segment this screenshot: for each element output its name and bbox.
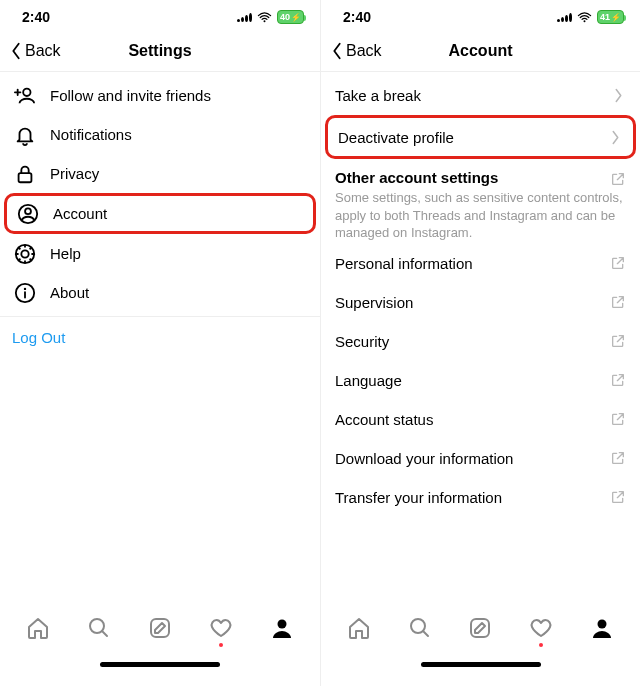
wifi-icon xyxy=(577,12,592,23)
tab-activity[interactable] xyxy=(208,615,234,641)
row-label: Privacy xyxy=(50,165,99,182)
external-link-icon xyxy=(610,372,626,388)
logout-button[interactable]: Log Out xyxy=(0,321,320,354)
external-link-icon xyxy=(610,294,626,310)
bell-icon xyxy=(14,124,36,146)
battery-label: 41 xyxy=(600,12,610,22)
tab-home[interactable] xyxy=(25,615,51,641)
nav-header: Back Settings xyxy=(0,30,320,72)
tab-profile[interactable] xyxy=(269,615,295,641)
chevron-right-icon xyxy=(610,88,626,104)
row-label: Download your information xyxy=(335,450,513,467)
back-chevron-icon xyxy=(331,42,343,60)
row-follow-invite[interactable]: Follow and invite friends xyxy=(0,76,320,115)
section-title: Other account settings xyxy=(335,169,626,186)
home-indicator xyxy=(100,662,220,667)
section-description: Some settings, such as sensitive content… xyxy=(335,189,626,242)
heart-icon xyxy=(529,616,553,640)
row-notifications[interactable]: Notifications xyxy=(0,115,320,154)
row-label: Personal information xyxy=(335,255,473,272)
account-icon xyxy=(17,203,39,225)
row-label: Supervision xyxy=(335,294,413,311)
settings-list: Follow and invite friends Notifications … xyxy=(0,72,320,354)
row-label: Take a break xyxy=(335,87,421,104)
heart-icon xyxy=(209,616,233,640)
row-help[interactable]: Help xyxy=(0,234,320,273)
notification-dot xyxy=(219,643,223,647)
compose-icon xyxy=(468,616,492,640)
back-label: Back xyxy=(346,42,382,60)
account-panel: 2:40 41⚡ Back Account Take a break Deact… xyxy=(320,0,640,686)
tab-activity[interactable] xyxy=(528,615,554,641)
row-label: Transfer your information xyxy=(335,489,502,506)
external-link-icon xyxy=(610,255,626,271)
row-label: Account xyxy=(53,205,107,222)
battery-icon: 40⚡ xyxy=(277,10,304,24)
status-time: 2:40 xyxy=(22,9,50,25)
back-button[interactable]: Back xyxy=(10,42,61,60)
home-icon xyxy=(347,616,371,640)
status-bar: 2:40 41⚡ xyxy=(321,0,640,30)
wifi-icon xyxy=(257,12,272,23)
info-icon xyxy=(14,282,36,304)
search-icon xyxy=(408,616,432,640)
home-icon xyxy=(26,616,50,640)
status-indicators: 40⚡ xyxy=(237,10,304,24)
row-language[interactable]: Language xyxy=(321,361,640,400)
row-personal-information[interactable]: Personal information xyxy=(321,244,640,283)
external-link-icon xyxy=(610,450,626,466)
external-link-icon xyxy=(610,411,626,427)
external-link-icon xyxy=(610,489,626,505)
notification-dot xyxy=(539,643,543,647)
row-transfer-information[interactable]: Transfer your information xyxy=(321,478,640,517)
back-chevron-icon xyxy=(10,42,22,60)
tab-search[interactable] xyxy=(86,615,112,641)
divider xyxy=(0,316,320,317)
row-label: Language xyxy=(335,372,402,389)
row-label: About xyxy=(50,284,89,301)
help-icon xyxy=(14,243,36,265)
section-other-settings: Other account settings Some settings, su… xyxy=(321,159,640,244)
search-icon xyxy=(87,616,111,640)
back-label: Back xyxy=(25,42,61,60)
profile-icon xyxy=(270,616,294,640)
row-label: Security xyxy=(335,333,389,350)
row-label: Deactivate profile xyxy=(338,129,454,146)
status-indicators: 41⚡ xyxy=(557,10,624,24)
row-label: Account status xyxy=(335,411,433,428)
tab-home[interactable] xyxy=(346,615,372,641)
status-bar: 2:40 40⚡ xyxy=(0,0,320,30)
lock-icon xyxy=(14,163,36,185)
settings-panel: 2:40 40⚡ Back Settings Follow and invite… xyxy=(0,0,320,686)
row-label: Notifications xyxy=(50,126,132,143)
row-about[interactable]: About xyxy=(0,273,320,312)
nav-header: Back Account xyxy=(321,30,640,72)
tab-bar xyxy=(321,606,640,686)
tab-search[interactable] xyxy=(407,615,433,641)
tab-compose[interactable] xyxy=(147,615,173,641)
chevron-right-icon xyxy=(607,129,623,145)
row-privacy[interactable]: Privacy xyxy=(0,154,320,193)
cellular-icon xyxy=(557,13,572,22)
back-button[interactable]: Back xyxy=(331,42,382,60)
tab-bar xyxy=(0,606,320,686)
row-take-break[interactable]: Take a break xyxy=(321,76,640,115)
home-indicator xyxy=(421,662,541,667)
add-person-icon xyxy=(14,85,36,107)
external-link-icon xyxy=(610,171,626,187)
account-list: Take a break Deactivate profile Other ac… xyxy=(321,72,640,517)
row-deactivate-profile[interactable]: Deactivate profile xyxy=(325,115,636,159)
row-download-information[interactable]: Download your information xyxy=(321,439,640,478)
profile-icon xyxy=(590,616,614,640)
battery-label: 40 xyxy=(280,12,290,22)
row-account[interactable]: Account xyxy=(4,193,316,234)
row-supervision[interactable]: Supervision xyxy=(321,283,640,322)
row-account-status[interactable]: Account status xyxy=(321,400,640,439)
external-link-icon xyxy=(610,333,626,349)
row-label: Follow and invite friends xyxy=(50,87,211,104)
row-security[interactable]: Security xyxy=(321,322,640,361)
compose-icon xyxy=(148,616,172,640)
tab-profile[interactable] xyxy=(589,615,615,641)
tab-compose[interactable] xyxy=(467,615,493,641)
row-label: Help xyxy=(50,245,81,262)
